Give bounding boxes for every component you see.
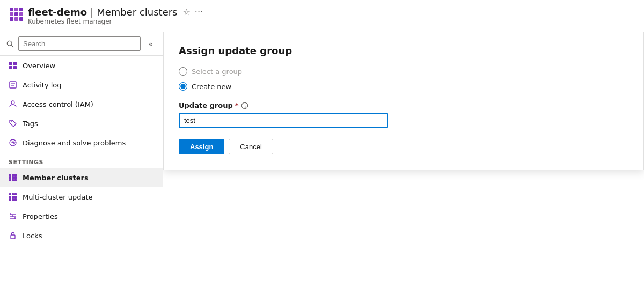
svg-rect-23 bbox=[9, 176, 11, 179]
update-group-input[interactable] bbox=[179, 113, 388, 128]
svg-rect-2 bbox=[19, 8, 23, 11]
assign-button[interactable]: Assign bbox=[179, 139, 224, 154]
svg-rect-3 bbox=[10, 12, 13, 16]
svg-rect-8 bbox=[19, 17, 23, 21]
multi-cluster-icon bbox=[9, 193, 17, 201]
svg-rect-31 bbox=[14, 193, 17, 195]
settings-section-title: Settings bbox=[0, 152, 163, 168]
assign-update-group-dialog: Assign update group Select a group Creat… bbox=[163, 32, 644, 170]
svg-rect-5 bbox=[19, 12, 23, 16]
dialog-title: Assign update group bbox=[179, 45, 628, 56]
sidebar: « Overview Activity log bbox=[0, 32, 163, 287]
select-group-option[interactable]: Select a group bbox=[179, 67, 628, 76]
tags-icon bbox=[9, 119, 17, 128]
sidebar-item-member-clusters[interactable]: Member clusters bbox=[0, 168, 163, 187]
field-label-text: Update group bbox=[179, 101, 233, 109]
svg-rect-30 bbox=[12, 193, 14, 195]
header: fleet-demo | Member clusters ☆ ··· Kuber… bbox=[0, 0, 644, 32]
iam-icon bbox=[9, 100, 17, 108]
app-name: fleet-demo bbox=[28, 6, 87, 18]
svg-rect-37 bbox=[14, 198, 17, 201]
svg-rect-15 bbox=[10, 82, 16, 88]
page-title: Member clusters bbox=[97, 6, 177, 18]
sidebar-item-overview[interactable]: Overview bbox=[0, 56, 163, 75]
cancel-button[interactable]: Cancel bbox=[229, 139, 273, 154]
select-group-radio[interactable] bbox=[179, 67, 187, 76]
svg-rect-32 bbox=[9, 196, 11, 198]
more-icon[interactable]: ··· bbox=[195, 7, 203, 17]
create-new-option[interactable]: Create new bbox=[179, 82, 628, 91]
svg-point-18 bbox=[11, 101, 14, 104]
subtitle: Kubernetes fleet manager bbox=[28, 18, 635, 25]
dialog-actions: Assign Cancel bbox=[179, 139, 628, 154]
sidebar-item-activity-log[interactable]: Activity log bbox=[0, 75, 163, 94]
main-layout: « Overview Activity log bbox=[0, 32, 644, 287]
svg-rect-14 bbox=[13, 66, 17, 69]
sidebar-item-properties[interactable]: Properties bbox=[0, 207, 163, 226]
overview-icon bbox=[9, 61, 17, 70]
sidebar-item-iam[interactable]: Access control (IAM) bbox=[0, 94, 163, 114]
svg-rect-33 bbox=[12, 196, 14, 198]
properties-label: Properties bbox=[23, 212, 58, 220]
svg-rect-28 bbox=[14, 179, 17, 181]
svg-rect-25 bbox=[14, 176, 17, 179]
svg-point-9 bbox=[7, 41, 12, 46]
svg-rect-7 bbox=[14, 17, 18, 21]
iam-label: Access control (IAM) bbox=[23, 100, 93, 108]
fleet-icon bbox=[9, 6, 28, 26]
svg-rect-1 bbox=[14, 8, 18, 11]
tags-label: Tags bbox=[23, 120, 38, 128]
svg-rect-20 bbox=[9, 174, 11, 176]
svg-rect-35 bbox=[9, 198, 11, 201]
member-clusters-label: Member clusters bbox=[23, 174, 89, 182]
svg-rect-36 bbox=[12, 198, 14, 201]
diagnose-icon bbox=[9, 138, 17, 147]
sidebar-item-multi-cluster-update[interactable]: Multi-cluster update bbox=[0, 187, 163, 207]
svg-rect-26 bbox=[9, 179, 11, 181]
content-area: + + Add Remove Refresh bbox=[163, 32, 644, 287]
locks-label: Locks bbox=[23, 232, 42, 240]
update-group-field: Update group * i bbox=[179, 101, 628, 128]
multi-cluster-label: Multi-cluster update bbox=[23, 193, 93, 201]
search-box: « bbox=[0, 32, 163, 56]
svg-rect-4 bbox=[14, 12, 18, 16]
info-icon[interactable]: i bbox=[241, 102, 248, 109]
required-indicator: * bbox=[235, 101, 239, 109]
collapse-button[interactable]: « bbox=[145, 39, 156, 49]
dialog-overlay: Assign update group Select a group Creat… bbox=[163, 32, 644, 287]
svg-rect-13 bbox=[9, 66, 12, 69]
properties-icon bbox=[9, 212, 17, 220]
search-input[interactable] bbox=[18, 36, 141, 51]
favorite-icon[interactable]: ☆ bbox=[183, 7, 191, 17]
svg-rect-12 bbox=[13, 62, 17, 65]
radio-group: Select a group Create new bbox=[179, 67, 628, 91]
svg-point-19 bbox=[11, 121, 12, 122]
member-clusters-icon bbox=[9, 173, 17, 182]
svg-rect-29 bbox=[9, 193, 11, 195]
svg-rect-21 bbox=[12, 174, 14, 176]
svg-rect-44 bbox=[11, 235, 15, 239]
create-new-label: Create new bbox=[192, 83, 231, 91]
svg-rect-34 bbox=[14, 196, 17, 198]
svg-rect-11 bbox=[9, 62, 12, 65]
svg-rect-22 bbox=[14, 174, 17, 176]
field-label-container: Update group * i bbox=[179, 101, 628, 109]
sidebar-item-tags[interactable]: Tags bbox=[0, 114, 163, 133]
select-group-label: Select a group bbox=[192, 68, 242, 76]
locks-icon bbox=[9, 231, 17, 240]
search-icon bbox=[6, 40, 14, 48]
activity-log-label: Activity log bbox=[23, 81, 62, 89]
svg-line-10 bbox=[11, 45, 13, 47]
activity-log-icon bbox=[9, 80, 17, 89]
svg-rect-6 bbox=[10, 17, 13, 21]
svg-text:i: i bbox=[244, 104, 246, 108]
svg-rect-0 bbox=[10, 8, 13, 11]
header-separator: | bbox=[90, 6, 93, 18]
sidebar-item-diagnose[interactable]: Diagnose and solve problems bbox=[0, 133, 163, 152]
svg-rect-24 bbox=[12, 176, 14, 179]
create-new-radio[interactable] bbox=[179, 82, 187, 91]
overview-label: Overview bbox=[23, 62, 55, 70]
sidebar-item-locks[interactable]: Locks bbox=[0, 226, 163, 245]
svg-rect-27 bbox=[12, 179, 14, 181]
diagnose-label: Diagnose and solve problems bbox=[23, 139, 126, 147]
